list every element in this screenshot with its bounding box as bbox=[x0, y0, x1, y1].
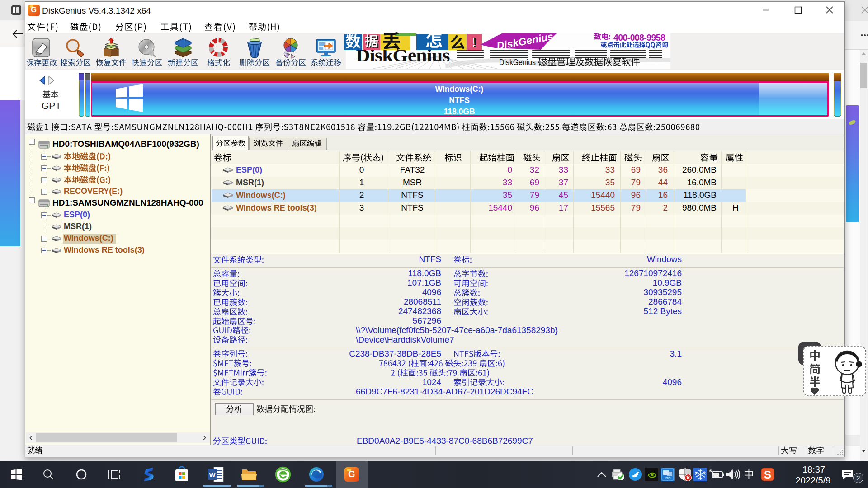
svg-text:W: W bbox=[209, 471, 216, 479]
svg-text:S: S bbox=[764, 469, 771, 481]
svg-text:intel: intel bbox=[665, 476, 671, 479]
